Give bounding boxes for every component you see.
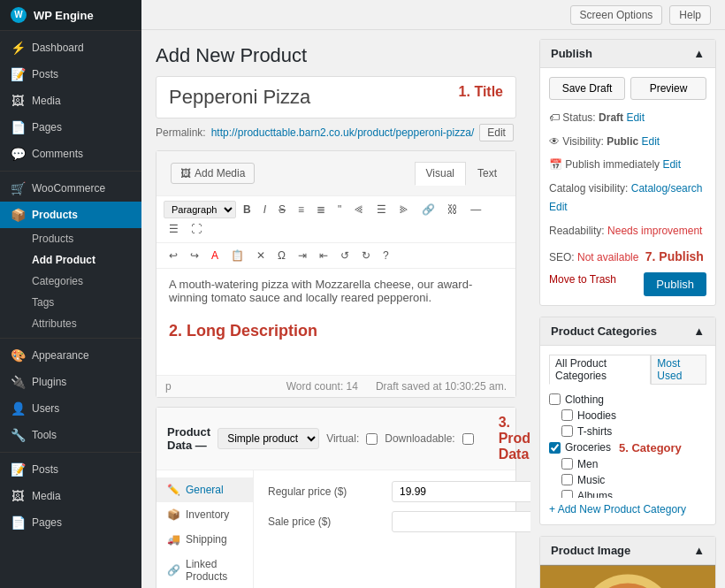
cat-item-albums[interactable]: Albums [549, 488, 706, 498]
blockquote-button[interactable]: " [332, 201, 347, 218]
italic-button[interactable]: I [258, 201, 271, 218]
redo2-button[interactable]: ↻ [356, 247, 376, 264]
permalink-url[interactable]: http://producttable.barn2.co.uk/product/… [211, 126, 475, 139]
sidebar-logo[interactable]: W WP Engine [0, 0, 141, 31]
cat-checkbox-albums[interactable] [561, 490, 573, 498]
cat-item-hoodies[interactable]: Hoodies [549, 408, 706, 424]
virtual-checkbox[interactable] [366, 433, 378, 445]
paragraph-select[interactable]: Paragraph [164, 201, 236, 218]
cat-checkbox-music[interactable] [561, 474, 573, 485]
sidebar-sub-categories[interactable]: Categories [0, 271, 141, 292]
link-button[interactable]: 🔗 [416, 201, 440, 218]
sidebar-item-media[interactable]: 🖼 Media [0, 88, 141, 114]
cat-item-men[interactable]: Men [549, 456, 706, 472]
special-char-button[interactable]: Ω [272, 247, 291, 264]
redo-button[interactable]: ↪ [185, 247, 204, 264]
undo2-button[interactable]: ↺ [335, 247, 355, 264]
strikethrough-button[interactable]: S [273, 201, 291, 218]
sidebar-item-posts2[interactable]: 📝 Posts [0, 456, 141, 483]
sidebar-sub-add-product[interactable]: Add Product [0, 249, 141, 271]
sidebar-item-plugins[interactable]: 🔌 Plugins [0, 369, 141, 395]
screen-options-button[interactable]: Screen Options [570, 5, 663, 25]
catalog-edit-link[interactable]: Edit [549, 201, 568, 213]
product-title-input[interactable] [169, 86, 503, 109]
sidebar-sub-all-products[interactable]: Products [0, 228, 141, 249]
tab-text[interactable]: Text [466, 162, 508, 185]
sidebar-item-comments[interactable]: 💬 Comments [0, 141, 141, 167]
product-image-container[interactable] [540, 565, 715, 588]
visibility-edit-link[interactable]: Edit [642, 135, 660, 148]
publish-time-edit-link[interactable]: Edit [662, 158, 681, 171]
tab-visual[interactable]: Visual [415, 162, 466, 186]
status-edit-link[interactable]: Edit [626, 111, 645, 124]
cat-checkbox-clothing[interactable] [549, 393, 561, 405]
ul-button[interactable]: ≡ [293, 201, 309, 218]
sidebar-item-pages2[interactable]: 📄 Pages [0, 509, 141, 536]
help-button[interactable]: Help [669, 5, 711, 25]
sidebar-item-media2[interactable]: 🖼 Media [0, 483, 141, 509]
cat-item-music[interactable]: Music [549, 472, 706, 488]
product-nav-general[interactable]: ✏️ General [156, 477, 253, 502]
product-type-select[interactable]: Simple product [218, 428, 319, 449]
sidebar-item-appearance[interactable]: 🎨 Appearance [0, 342, 141, 369]
insert-more-button[interactable]: — [465, 201, 486, 218]
product-data-header[interactable]: Product Data — Simple product Virtual: D… [156, 408, 515, 470]
cat-checkbox-tshirts[interactable] [561, 425, 573, 437]
sidebar-item-products[interactable]: 📦 Products [0, 202, 141, 228]
help2-button[interactable]: ? [378, 247, 394, 264]
outdent-button[interactable]: ⇤ [314, 247, 333, 264]
sidebar-item-dashboard[interactable]: ⚡ Dashboard [0, 34, 141, 61]
product-nav-inventory[interactable]: 📦 Inventory [156, 502, 253, 527]
publish-box-header[interactable]: Publish ▲ [540, 40, 715, 68]
add-category-link[interactable]: + Add New Product Category [549, 503, 706, 515]
cat-checkbox-men[interactable] [561, 458, 573, 470]
downloadable-checkbox[interactable] [462, 433, 474, 445]
cat-checkbox-hoodies[interactable] [561, 409, 573, 421]
category-annotation: 5. Category [619, 441, 682, 454]
sidebar-item-woocommerce[interactable]: 🛒 WooCommerce [0, 175, 141, 202]
publish-button[interactable]: Publish [644, 272, 706, 296]
sidebar-sub-attributes[interactable]: Attributes [0, 313, 141, 334]
clear-format-button[interactable]: ✕ [251, 247, 271, 264]
preview-button[interactable]: Preview [630, 77, 706, 100]
cat-checkbox-groceries[interactable] [549, 442, 561, 454]
sidebar-item-tools[interactable]: 🔧 Tools [0, 422, 141, 448]
ol-button[interactable]: ≣ [311, 201, 331, 218]
paste-text-button[interactable]: 📋 [225, 247, 249, 264]
cat-label-hoodies: Hoodies [577, 409, 616, 422]
sidebar-sub-tags[interactable]: Tags [0, 292, 141, 313]
long-description-content[interactable]: A mouth-watering pizza with Mozzarella c… [156, 269, 515, 375]
sale-price-label: Sale price ($) [268, 515, 392, 528]
product-nav-linked[interactable]: 🔗 Linked Products [156, 552, 253, 588]
indent-button[interactable]: ⇥ [293, 247, 312, 264]
save-draft-button[interactable]: Save Draft [549, 77, 625, 100]
product-image-header[interactable]: Product Image ▲ [540, 537, 715, 565]
undo-button[interactable]: ↩ [164, 247, 183, 264]
cat-tab-all[interactable]: All Product Categories [549, 355, 651, 385]
move-trash-link[interactable]: Move to Trash [549, 273, 616, 286]
catalog-value[interactable]: Catalog/search [631, 182, 703, 195]
categories-box-header[interactable]: Product Categories ▲ [540, 317, 715, 346]
sidebar-item-pages[interactable]: 📄 Pages [0, 114, 141, 141]
toolbar-toggle-button[interactable]: ☰ [164, 220, 184, 238]
bold-button[interactable]: B [238, 201, 256, 218]
cat-label-men: Men [577, 458, 598, 470]
permalink-edit-button[interactable]: Edit [479, 124, 514, 141]
align-left-button[interactable]: ⫷ [348, 201, 370, 218]
align-right-button[interactable]: ⫸ [393, 201, 415, 218]
cat-item-groceries[interactable]: Groceries 5. Category [549, 439, 706, 456]
cat-item-tshirts[interactable]: T-shirts [549, 424, 706, 439]
product-nav-shipping[interactable]: 🚚 Shipping [156, 527, 253, 552]
text-color-button[interactable]: A [206, 247, 224, 264]
fullscreen-button[interactable]: ⛶ [186, 220, 207, 238]
sale-price-input[interactable] [392, 511, 530, 532]
align-center-button[interactable]: ☰ [371, 201, 392, 218]
unlink-button[interactable]: ⛓ [442, 201, 463, 218]
add-media-button[interactable]: 🖼 Add Media [171, 163, 255, 184]
cat-item-clothing[interactable]: Clothing [549, 392, 706, 408]
sidebar-item-posts[interactable]: 📝 Posts [0, 61, 141, 88]
regular-price-input[interactable] [392, 481, 530, 502]
plugins-icon: 🔌 [11, 375, 25, 389]
sidebar-item-users[interactable]: 👤 Users [0, 395, 141, 422]
cat-tab-most-used[interactable]: Most Used [651, 355, 706, 385]
